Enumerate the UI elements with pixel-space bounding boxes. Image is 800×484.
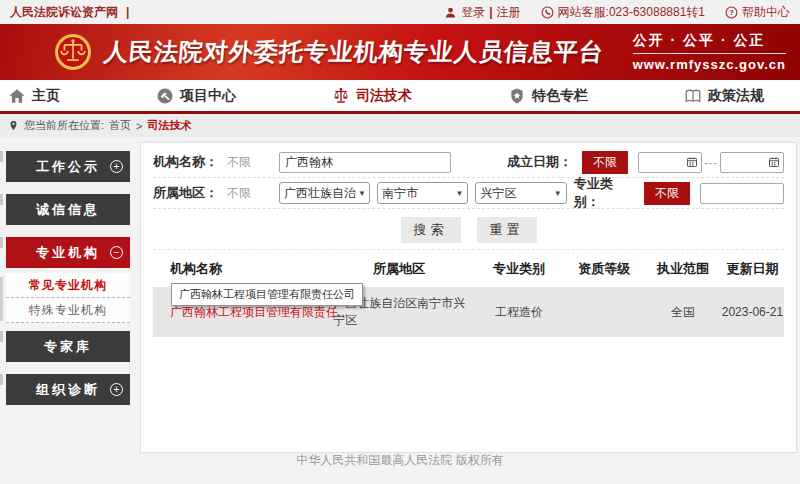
region-unlimited-option[interactable]: 不限 (227, 185, 279, 202)
search-panel: 机构名称： 不限 成立日期： 不限 --- 所属地区： 不限 广西壮族自治 ▼ (140, 142, 797, 453)
breadcrumb-separator: > (136, 120, 142, 132)
table-header-row: 机构名称 所属地区 专业类别 资质等级 执业范围 更新日期 (153, 250, 784, 287)
collapse-minus-icon[interactable]: − (110, 246, 123, 259)
founded-date-to-input[interactable] (720, 152, 784, 173)
sidebar: 工作公示 + 诚信信息 专业机构 − 常见专业机构 特殊专业机构 专家库 组织诊… (6, 151, 130, 417)
nav-item-project-center[interactable]: 项目中心 (156, 87, 236, 105)
sidebar-item-work-publicity[interactable]: 工作公示 + (6, 151, 130, 182)
filter-row-region-category: 所属地区： 不限 广西壮族自治 ▼ 南宁市 ▼ 兴宁区 ▼ 专业类别： 不限 (153, 178, 784, 209)
calendar-icon (768, 156, 780, 168)
category-input[interactable] (700, 183, 784, 204)
org-name-label: 机构名称： (153, 153, 227, 171)
col-header-region: 所属地区 (323, 260, 474, 278)
book-icon (684, 87, 702, 105)
breadcrumb-prefix: 您当前所在位置: (24, 118, 104, 133)
breadcrumb-current: 司法技术 (148, 118, 192, 133)
chevron-down-icon: ▼ (554, 189, 562, 198)
col-header-updated: 更新日期 (721, 260, 784, 278)
submenu-item-label: 常见专业机构 (29, 277, 107, 294)
breadcrumb-home-link[interactable]: 首页 (109, 118, 131, 133)
sidebar-item-label: 专业机构 (36, 244, 100, 262)
cell-org-name: 广西翰林工程项目管理有限责任... (153, 304, 323, 321)
platform-title: 人民法院对外委托专业机构专业人员信息平台 (103, 36, 606, 68)
footer-copyright: 中华人民共和国最高人民法院 版权所有 (0, 452, 800, 469)
sidebar-item-integrity-info[interactable]: 诚信信息 (6, 194, 130, 225)
hotline-text: 网站客服:023-63088881转1 (558, 4, 705, 21)
site-banner: 人民法院对外委托专业机构专业人员信息平台 公开 · 公平 · 公正 www.rm… (0, 24, 800, 80)
submenu-item-special-orgs[interactable]: 特殊专业机构 (6, 298, 130, 323)
portal-site-link[interactable]: 人民法院诉讼资产网 (10, 4, 118, 21)
col-header-category: 专业类别 (475, 260, 563, 278)
sidebar-item-professional-orgs[interactable]: 专业机构 − (6, 237, 130, 268)
scales-icon (332, 87, 350, 105)
court-emblem-icon (54, 33, 92, 71)
region-label: 所属地区： (153, 184, 227, 202)
breadcrumb: 您当前所在位置: 首页 > 司法技术 (0, 114, 800, 137)
nav-item-judicial-tech[interactable]: 司法技术 (332, 87, 412, 105)
district-select-value: 兴宁区 (480, 185, 516, 202)
org-name-tooltip: 广西翰林工程项目管理有限责任公司 (171, 283, 363, 306)
cell-scope: 全国 (645, 304, 721, 321)
district-select[interactable]: 兴宁区 ▼ (475, 182, 566, 204)
chevron-down-icon: ▼ (456, 189, 464, 198)
reset-button[interactable]: 重置 (477, 217, 537, 243)
help-icon: ? (725, 6, 738, 19)
city-select[interactable]: 南宁市 ▼ (377, 182, 468, 204)
cell-updated: 2023-06-21 (721, 305, 784, 319)
nav-label: 特色专栏 (532, 87, 588, 105)
home-icon (8, 87, 26, 105)
sidebar-item-label: 诚信信息 (36, 201, 100, 219)
badge-icon (508, 87, 526, 105)
nav-item-home[interactable]: 主页 (8, 87, 60, 105)
expand-plus-icon[interactable]: + (110, 383, 123, 396)
col-header-scope: 执业范围 (645, 260, 721, 278)
main-nav: 主页 项目中心 司法技术 特色专栏 政策法规 (0, 80, 800, 114)
date-range-separator: --- (704, 156, 718, 168)
user-icon (444, 6, 457, 19)
submenu-item-label: 特殊专业机构 (29, 302, 107, 319)
nav-label: 项目中心 (180, 87, 236, 105)
login-link[interactable]: 登录 (461, 4, 485, 21)
province-select[interactable]: 广西壮族自治 ▼ (279, 182, 370, 204)
nav-item-policies[interactable]: 政策法规 (684, 87, 764, 105)
col-header-org-name: 机构名称 (153, 260, 323, 278)
gavel-icon (156, 87, 174, 105)
nav-label: 政策法规 (708, 87, 764, 105)
org-name-unlimited-option[interactable]: 不限 (227, 154, 279, 171)
banner-slogan: 公开 · 公平 · 公正 (633, 32, 786, 54)
founded-date-label: 成立日期： (507, 153, 572, 171)
svg-text:?: ? (729, 8, 734, 17)
founded-date-from-input[interactable] (638, 152, 702, 173)
login-register-divider: | (489, 5, 492, 19)
expand-plus-icon[interactable]: + (110, 160, 123, 173)
sidebar-item-label: 工作公示 (36, 158, 100, 176)
phone-icon (541, 6, 554, 19)
province-select-value: 广西壮族自治 (284, 185, 356, 202)
filter-row-name-date: 机构名称： 不限 成立日期： 不限 --- (153, 147, 784, 178)
nav-item-featured-column[interactable]: 特色专栏 (508, 87, 588, 105)
org-detail-link[interactable]: 广西翰林工程项目管理有限责任... (170, 305, 348, 319)
col-header-grade: 资质等级 (563, 260, 645, 278)
utility-bar: 人民法院诉讼资产网 | 登录 | 注册 网站客服:023-63088881转1 … (0, 0, 800, 24)
register-link[interactable]: 注册 (497, 4, 521, 21)
sidebar-item-org-diagnosis[interactable]: 组织诊断 + (6, 374, 130, 405)
city-select-value: 南宁市 (382, 185, 418, 202)
sidebar-item-expert-pool[interactable]: 专家库 (6, 331, 130, 362)
help-center-link[interactable]: 帮助中心 (742, 4, 790, 21)
category-unlimited-option[interactable]: 不限 (644, 182, 690, 205)
category-label: 专业类别： (574, 175, 634, 211)
submenu-item-common-orgs[interactable]: 常见专业机构 (6, 273, 130, 298)
sidebar-submenu: 常见专业机构 特殊专业机构 (6, 273, 130, 323)
founded-date-unlimited-option[interactable]: 不限 (582, 151, 628, 174)
org-name-input[interactable] (279, 152, 451, 173)
action-button-row: 搜索 重置 (153, 209, 784, 250)
chevron-down-icon: ▼ (358, 189, 366, 198)
sidebar-item-label: 专家库 (44, 338, 92, 356)
content-area: 工作公示 + 诚信信息 专业机构 − 常见专业机构 特殊专业机构 专家库 组织诊… (0, 137, 800, 484)
banner-website: www.rmfysszc.gov.cn (633, 57, 786, 72)
cell-category: 工程造价 (475, 304, 563, 321)
location-pin-icon (8, 120, 19, 131)
nav-label: 主页 (32, 87, 60, 105)
search-button[interactable]: 搜索 (401, 217, 461, 243)
topbar-divider: | (126, 5, 129, 19)
